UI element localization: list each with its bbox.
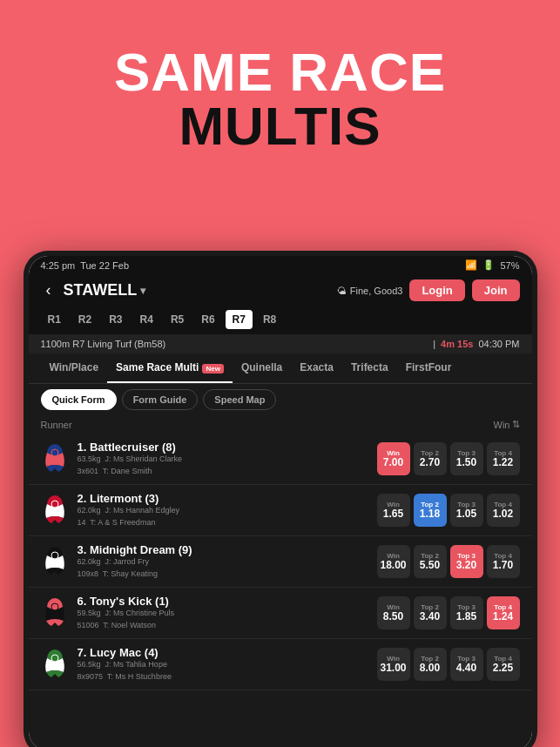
runner-name: 2. Litermont (3) xyxy=(78,492,368,505)
battery-icon: 🔋 xyxy=(482,259,495,271)
nav-buttons: 🌤 Fine, Good3 Login Join xyxy=(337,279,520,301)
odds-button-top-4[interactable]: Top 42.25 xyxy=(487,648,520,681)
hero-line1: SAME RACE xyxy=(0,45,560,99)
runner-info: 6. Tony's Kick (1)59.5kg J: Ms Christine… xyxy=(78,595,368,631)
runner-details: 62.0kg J: Jarrod Fry109x8 T: Shay Keatin… xyxy=(78,556,368,580)
runner-info: 7. Lucy Mac (4)56.5kg J: Ms Tahlia Hope8… xyxy=(78,646,368,683)
runner-info: 1. Battlecruiser (8)63.5kg J: Ms Sherida… xyxy=(78,441,368,477)
svg-point-7 xyxy=(51,603,58,610)
form-tabs: Quick FormForm GuideSpeed Map xyxy=(29,384,532,415)
odds-group: Win1.65Top 21.18Top 31.05Top 41.02 xyxy=(377,494,520,527)
race-tab-r5[interactable]: R5 xyxy=(164,310,191,329)
runner-name: 1. Battlecruiser (8) xyxy=(78,441,368,454)
hero-section: SAME RACE MULTIS xyxy=(0,0,560,169)
race-info-bar: 1100m R7 Living Turf (Bm58) | 4m 15s 04:… xyxy=(29,334,532,353)
runner-details: 62.0kg J: Ms Hannah Edgley14 T: A & S Fr… xyxy=(78,505,368,528)
runner-name: 6. Tony's Kick (1) xyxy=(78,595,368,608)
odds-group: Win7.00Top 22.70Top 31.50Top 41.22 xyxy=(377,442,520,475)
bet-tab-exacta[interactable]: Exacta xyxy=(291,353,342,383)
race-info-right: | 4m 15s 04:30 PM xyxy=(433,339,519,349)
status-bar: 4:25 pm Tue 22 Feb 📶 🔋 57% xyxy=(29,256,532,274)
race-tab-r8[interactable]: R8 xyxy=(256,310,283,329)
device-screen: 4:25 pm Tue 22 Feb 📶 🔋 57% ‹ STAWELL ▾ 🌤 xyxy=(29,256,532,747)
race-countdown: 4m 15s xyxy=(441,339,473,349)
runner-name: 3. Midnight Dream (9) xyxy=(78,543,368,556)
odds-button-top-4[interactable]: Top 41.24 xyxy=(487,596,520,629)
odds-button-win[interactable]: Win7.00 xyxy=(377,442,410,475)
odds-button-top-2[interactable]: Top 25.50 xyxy=(414,545,447,578)
odds-button-top-2[interactable]: Top 21.18 xyxy=(414,494,447,527)
runner-col-label: Runner xyxy=(41,420,72,430)
race-tab-r7[interactable]: R7 xyxy=(226,310,253,329)
odds-button-top-4[interactable]: Top 41.02 xyxy=(487,494,520,527)
runner-list-header: Runner Win ⇅ xyxy=(29,415,532,434)
weather-icon: 🌤 xyxy=(337,286,347,296)
bet-tab-same-race-multi[interactable]: Same Race MultiNew xyxy=(107,353,233,383)
runner-row: 1. Battlecruiser (8)63.5kg J: Ms Sherida… xyxy=(29,434,532,485)
race-tab-r6[interactable]: R6 xyxy=(194,310,221,329)
runner-row: 7. Lucy Mac (4)56.5kg J: Ms Tahlia Hope8… xyxy=(29,639,532,690)
race-info-left: 1100m R7 Living Turf (Bm58) xyxy=(41,339,166,349)
wifi-icon: 📶 xyxy=(465,259,477,271)
odds-button-win[interactable]: Win18.00 xyxy=(377,545,410,578)
odds-button-win[interactable]: Win8.50 xyxy=(377,596,410,629)
venue-name: STAWELL ▾ xyxy=(64,281,146,299)
odds-button-win[interactable]: Win1.65 xyxy=(377,494,410,527)
race-tab-r1[interactable]: R1 xyxy=(41,310,68,329)
odds-button-top-3[interactable]: Top 31.05 xyxy=(450,494,483,527)
odds-button-top-3[interactable]: Top 34.40 xyxy=(450,648,483,681)
bet-tab-trifecta[interactable]: Trifecta xyxy=(342,353,397,383)
runner-details: 63.5kg J: Ms Sheridan Clarke3x601 T: Dan… xyxy=(78,454,368,477)
race-tab-r4[interactable]: R4 xyxy=(133,310,160,329)
runners-list: 1. Battlecruiser (8)63.5kg J: Ms Sherida… xyxy=(29,434,532,747)
svg-point-9 xyxy=(51,655,58,662)
odds-button-top-4[interactable]: Top 41.22 xyxy=(487,442,520,475)
runner-details: 56.5kg J: Ms Tahlia Hope8x9075 T: Ms H S… xyxy=(78,659,368,683)
join-button[interactable]: Join xyxy=(472,279,520,301)
odds-button-top-2[interactable]: Top 23.40 xyxy=(414,596,447,629)
runner-row: 2. Litermont (3)62.0kg J: Ms Hannah Edgl… xyxy=(29,485,532,536)
battery-level: 57% xyxy=(500,260,519,271)
odds-group: Win8.50Top 23.40Top 31.85Top 41.24 xyxy=(377,596,520,629)
form-tab-form-guide[interactable]: Form Guide xyxy=(122,389,199,410)
bet-tab-win/place[interactable]: Win/Place xyxy=(41,353,108,383)
runner-silks xyxy=(41,597,69,629)
runner-row: 6. Tony's Kick (1)59.5kg J: Ms Christine… xyxy=(29,588,532,639)
svg-point-1 xyxy=(51,449,58,456)
svg-point-5 xyxy=(51,552,58,559)
runner-name: 7. Lucy Mac (4) xyxy=(78,646,368,659)
odds-button-top-4[interactable]: Top 41.70 xyxy=(487,545,520,578)
hero-line2: MULTIS xyxy=(0,99,560,153)
odds-group: Win18.00Top 25.50Top 33.20Top 41.70 xyxy=(377,545,520,578)
odds-group: Win31.00Top 28.00Top 34.40Top 42.25 xyxy=(377,648,520,681)
odds-button-top-2[interactable]: Top 22.70 xyxy=(414,442,447,475)
runner-row: 3. Midnight Dream (9)62.0kg J: Jarrod Fr… xyxy=(29,536,532,588)
form-tab-quick-form[interactable]: Quick Form xyxy=(41,389,117,410)
top-nav: ‹ STAWELL ▾ 🌤 Fine, Good3 Login Join xyxy=(29,274,532,306)
venue-chevron-icon: ▾ xyxy=(140,285,145,297)
runner-silks xyxy=(41,649,69,680)
bet-tab-quinella[interactable]: Quinella xyxy=(233,353,291,383)
login-button[interactable]: Login xyxy=(409,279,464,301)
runner-info: 3. Midnight Dream (9)62.0kg J: Jarrod Fr… xyxy=(78,543,368,580)
status-right: 📶 🔋 57% xyxy=(465,259,519,271)
race-tab-r3[interactable]: R3 xyxy=(102,310,129,329)
device-frame: 4:25 pm Tue 22 Feb 📶 🔋 57% ‹ STAWELL ▾ 🌤 xyxy=(24,251,537,747)
runner-silks xyxy=(41,443,69,474)
odds-button-top-3[interactable]: Top 33.20 xyxy=(450,545,483,578)
svg-point-3 xyxy=(51,501,58,508)
bet-tab-firstfour[interactable]: FirstFour xyxy=(397,353,461,383)
runner-info: 2. Litermont (3)62.0kg J: Ms Hannah Edgl… xyxy=(78,492,368,528)
win-col-label: Win ⇅ xyxy=(494,419,520,430)
bet-tabs: Win/PlaceSame Race MultiNewQuinellaExact… xyxy=(29,353,532,384)
odds-button-top-3[interactable]: Top 31.50 xyxy=(450,442,483,475)
back-button[interactable]: ‹ xyxy=(41,281,57,299)
form-tab-speed-map[interactable]: Speed Map xyxy=(203,389,276,410)
race-tabs: R1R2R3R4R5R6R7R8 xyxy=(29,306,532,334)
odds-button-win[interactable]: Win31.00 xyxy=(377,648,410,681)
runner-silks xyxy=(41,546,69,577)
odds-button-top-2[interactable]: Top 28.00 xyxy=(414,648,447,681)
race-tab-r2[interactable]: R2 xyxy=(71,310,98,329)
odds-button-top-3[interactable]: Top 31.85 xyxy=(450,596,483,629)
runner-details: 59.5kg J: Ms Christine Puls51006 T: Noel… xyxy=(78,608,368,631)
